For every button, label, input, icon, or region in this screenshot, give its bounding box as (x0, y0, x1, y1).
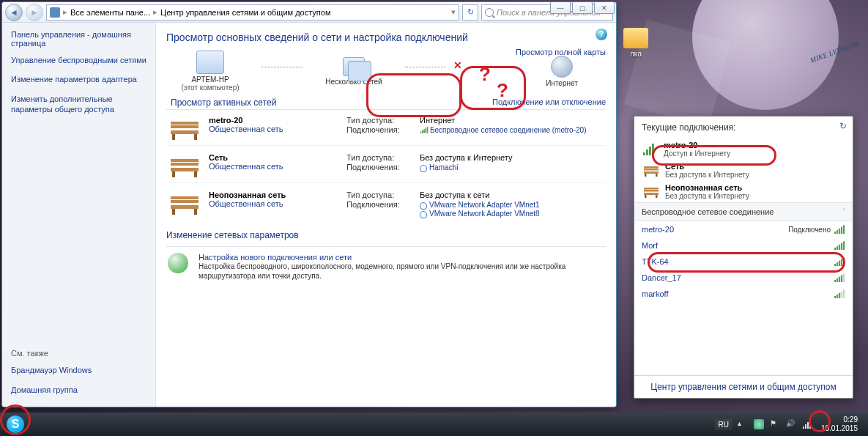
setup-new-connection[interactable]: Настройка нового подключения или сети На… (166, 250, 606, 284)
svg-rect-31 (837, 230, 838, 234)
svg-rect-40 (834, 264, 836, 266)
breadcrumb-current[interactable]: Центр управления сетями и общим доступом (160, 8, 330, 17)
refresh-button[interactable]: ↻ (462, 4, 478, 21)
connection-link[interactable]: Hamachi (429, 163, 458, 171)
signal-bars-icon (642, 142, 659, 157)
sidebar-link-adapter[interactable]: Изменение параметров адаптера (11, 74, 146, 84)
flyout-current-connection[interactable]: metro-20Доступ к Интернету (634, 138, 853, 160)
signal-bars-icon (834, 256, 845, 267)
svg-rect-24 (656, 174, 658, 177)
network-name: metro-20 (209, 116, 341, 125)
wifi-network-item[interactable]: markoff (634, 286, 853, 302)
flyout-current-connection[interactable]: Неопознанная сетьБез доступа к Интернету (634, 181, 853, 202)
svg-rect-55 (803, 426, 804, 429)
language-indicator[interactable]: RU (715, 419, 731, 430)
skype-icon: S (7, 415, 24, 433)
close-button[interactable]: ✕ (594, 1, 615, 14)
desktop-folder[interactable]: лка (621, 28, 650, 58)
view-full-map-link[interactable]: Просмотр полной карты (516, 48, 606, 56)
wifi-network-item[interactable]: Morf (634, 237, 853, 254)
svg-rect-21 (644, 169, 659, 171)
flyout-refresh-button[interactable]: ↻ (839, 121, 847, 131)
signal-bars-icon (420, 126, 429, 136)
computer-icon (196, 51, 224, 74)
signal-bars-icon (834, 273, 845, 283)
control-panel-icon (50, 7, 60, 18)
wireless-section-label[interactable]: Беспроводное сетевое соединение ˇ (634, 202, 853, 221)
search-icon (485, 8, 494, 17)
open-network-center-link[interactable]: Центр управления сетями и общим доступом (650, 382, 837, 392)
sidebar: Панель управления - домашняя страница Уп… (2, 23, 156, 407)
active-networks-heading: Просмотр активных сетей (166, 95, 281, 111)
svg-rect-2 (171, 130, 199, 134)
bench-icon (166, 153, 203, 180)
svg-rect-58 (809, 420, 811, 429)
sidebar-home-link[interactable]: Панель управления - домашняя страница (11, 30, 146, 48)
wifi-network-item[interactable]: TTK-64 (634, 254, 853, 270)
connection-link[interactable]: VMware Network Adapter VMnet1 (429, 201, 540, 209)
tray-shield-icon[interactable] (754, 419, 764, 429)
sidebar-link-wireless[interactable]: Управление беспроводными сетями (11, 55, 146, 65)
map-internet: Интернет (518, 56, 606, 87)
svg-rect-34 (843, 225, 845, 234)
svg-rect-15 (171, 196, 199, 199)
skype-taskbar-button[interactable]: S (4, 415, 26, 434)
breadcrumb-root[interactable]: Все элементы пане... (70, 8, 150, 17)
network-map: АРТЕМ-HP (этот компьютер) Несколько сете… (166, 51, 606, 92)
svg-rect-29 (656, 195, 658, 198)
bench-icon (642, 185, 661, 199)
wifi-network-item[interactable]: metro-20 Подключено (634, 221, 853, 237)
network-type-link[interactable]: Общественная сеть (209, 162, 341, 171)
svg-rect-1 (171, 125, 199, 128)
svg-rect-13 (172, 171, 175, 177)
connection-link[interactable]: Беспроводное сетевое соединение (metro-2… (430, 126, 586, 134)
network-row: metro-20 Общественная сеть Тип доступа:И… (166, 113, 606, 146)
control-panel-window: — ▢ ✕ ◄ ► ▸ Все элементы пане... ▸ Центр… (1, 1, 617, 407)
signal-bars-icon (834, 224, 845, 234)
svg-rect-45 (834, 280, 836, 282)
svg-rect-53 (841, 291, 842, 298)
nav-back-button[interactable]: ◄ (5, 4, 23, 21)
svg-rect-35 (834, 248, 836, 250)
svg-rect-0 (171, 122, 199, 125)
help-icon[interactable]: ? (596, 29, 607, 40)
connection-link[interactable]: VMware Network Adapter VMnet8 (429, 210, 540, 218)
sidebar-link-homegroup[interactable]: Домашняя группа (11, 385, 146, 395)
minimize-button[interactable]: — (550, 1, 571, 14)
tray-network-icon[interactable] (802, 419, 812, 429)
content-area: ? Просмотр основных сведений о сети и на… (156, 23, 616, 407)
svg-rect-27 (644, 193, 659, 195)
sidebar-link-sharing[interactable]: Изменить дополнительные параметры общего… (11, 94, 146, 115)
svg-rect-11 (171, 163, 199, 166)
adapter-icon (420, 165, 427, 172)
svg-rect-17 (171, 205, 199, 209)
svg-rect-18 (172, 209, 175, 215)
wifi-network-item[interactable]: Dancer_17 (634, 270, 853, 286)
adapter-icon (420, 202, 427, 210)
svg-rect-25 (644, 188, 659, 190)
network-name: Сеть (209, 153, 341, 162)
svg-rect-51 (837, 295, 838, 298)
taskbar: S RU ▴ ⚑ 🔊 0:29 10.01.2015 (0, 413, 868, 436)
maximize-button[interactable]: ▢ (572, 1, 593, 14)
tray-volume-icon[interactable]: 🔊 (786, 419, 796, 429)
map-multi-networks: Несколько сетей (310, 57, 398, 86)
svg-rect-36 (837, 246, 838, 250)
network-type-link[interactable]: Общественная сеть (209, 199, 341, 208)
taskbar-clock[interactable]: 0:29 10.01.2015 (815, 415, 864, 433)
breadcrumb[interactable]: ▸ Все элементы пане... ▸ Центр управлени… (46, 4, 459, 21)
tray-action-center-icon[interactable]: ⚑ (770, 419, 780, 429)
svg-rect-49 (843, 273, 845, 282)
flyout-current-connection[interactable]: СетьБез доступа к Интернету (634, 160, 853, 181)
svg-rect-38 (841, 243, 842, 250)
svg-rect-48 (841, 275, 842, 282)
tray-chevron-icon[interactable]: ▴ (738, 419, 748, 429)
bench-icon (166, 116, 203, 142)
connect-disconnect-link[interactable]: Подключение или отключение (492, 97, 606, 106)
map-error-icon[interactable]: ✕ (453, 59, 462, 71)
sidebar-link-firewall[interactable]: Брандмауэр Windows (11, 365, 146, 375)
svg-rect-52 (839, 293, 840, 298)
network-type-link[interactable]: Общественная сеть (209, 125, 341, 133)
nav-forward-button[interactable]: ► (26, 4, 43, 21)
svg-rect-14 (194, 171, 197, 177)
